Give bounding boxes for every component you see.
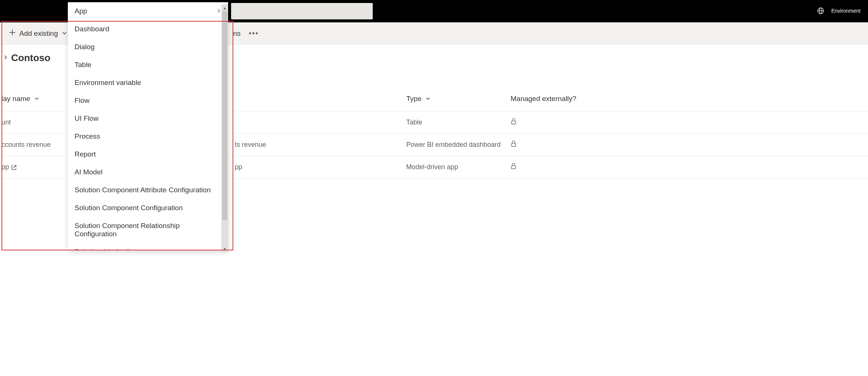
dropdown-item-label: Flow (75, 97, 89, 105)
cell-name (231, 111, 403, 134)
dropdown-item[interactable]: Report (68, 145, 228, 163)
open-link-icon[interactable] (9, 163, 17, 171)
chevron-down-icon (423, 95, 430, 102)
scroll-up-arrow-icon[interactable]: ▲ (221, 4, 228, 11)
cell-managed (507, 156, 868, 178)
plus-icon (9, 29, 16, 38)
dropdown-item[interactable]: UI Flow (68, 110, 228, 127)
dropdown-item-label: Dialog (75, 43, 95, 51)
column-header-type[interactable]: Type (403, 89, 507, 111)
dropdown-item[interactable]: Process (68, 127, 228, 145)
environment-label[interactable]: Environment (831, 8, 861, 14)
dropdown-item[interactable]: Relationship Attribute (68, 243, 228, 250)
dropdown-item-label: App (75, 7, 87, 15)
dropdown-item-label: Dashboard (75, 25, 109, 33)
dropdown-item[interactable]: Flow (68, 92, 228, 110)
globe-icon[interactable] (817, 7, 824, 16)
cell-managed (507, 111, 868, 134)
svg-rect-3 (511, 121, 515, 124)
dropdown-item[interactable]: App (68, 2, 228, 20)
page-title: Contoso (11, 52, 50, 64)
dropdown-item[interactable]: Dialog (68, 38, 228, 56)
cell-type: Table (403, 111, 507, 134)
dropdown-item-label: Environment variable (75, 79, 141, 87)
command-trail-text: ns (233, 29, 241, 38)
chevron-down-icon (62, 29, 67, 38)
dropdown-item-label: Solution Component Relationship Configur… (75, 222, 221, 238)
dropdown-item-label: UI Flow (75, 114, 98, 123)
add-existing-label: Add existing (19, 29, 58, 38)
cell-name: pp (231, 156, 403, 178)
collapse-chevron-icon[interactable] (3, 55, 8, 61)
dropdown-item-label: Report (75, 150, 96, 158)
dropdown-item[interactable]: Environment variable (68, 74, 228, 92)
dropdown-item[interactable]: Solution Component Configuration (68, 199, 228, 217)
dropdown-item[interactable]: Dashboard (68, 20, 228, 38)
lock-icon (511, 164, 517, 171)
add-existing-dropdown: AppDashboardDialogTableEnvironment varia… (68, 2, 228, 250)
cell-type: Model-driven app (403, 156, 507, 178)
title-row: Contoso (3, 52, 50, 64)
scroll-down-arrow-icon[interactable]: ▼ (221, 246, 228, 252)
dropdown-item-label: Solution Component Attribute Configurati… (75, 186, 211, 194)
svg-rect-5 (511, 166, 515, 169)
dropdown-item-label: AI Model (75, 168, 102, 176)
dropdown-item-label: Solution Component Configuration (75, 204, 183, 212)
scroll-thumb[interactable] (222, 11, 227, 220)
cell-managed (507, 134, 868, 156)
dropdown-item-label: Relationship Attribute (75, 248, 142, 250)
lock-icon (511, 141, 517, 149)
dropdown-item[interactable]: Solution Component Relationship Configur… (68, 217, 228, 243)
dropdown-scrollbar[interactable]: ▲ ▼ (221, 4, 228, 252)
column-header-name[interactable] (231, 89, 403, 111)
dropdown-item[interactable]: Table (68, 56, 228, 74)
dropdown-item[interactable]: Solution Component Attribute Configurati… (68, 181, 228, 199)
dropdown-item-label: Table (75, 61, 91, 69)
chevron-down-icon (32, 95, 39, 102)
dropdown-item-label: Process (75, 132, 100, 140)
chevron-right-icon (216, 7, 221, 15)
more-commands-button[interactable]: ••• (249, 29, 259, 38)
command-trail: ns ••• (233, 29, 259, 38)
dropdown-item[interactable]: AI Model (68, 163, 228, 181)
column-header-managed[interactable]: Managed externally? (507, 89, 868, 111)
search-box[interactable] (231, 3, 373, 19)
svg-rect-4 (511, 143, 515, 146)
cell-name: ts revenue (231, 134, 403, 156)
cell-type: Power BI embedded dashboard (403, 134, 507, 156)
add-existing-button[interactable]: Add existing (3, 25, 73, 41)
lock-icon (511, 119, 517, 126)
